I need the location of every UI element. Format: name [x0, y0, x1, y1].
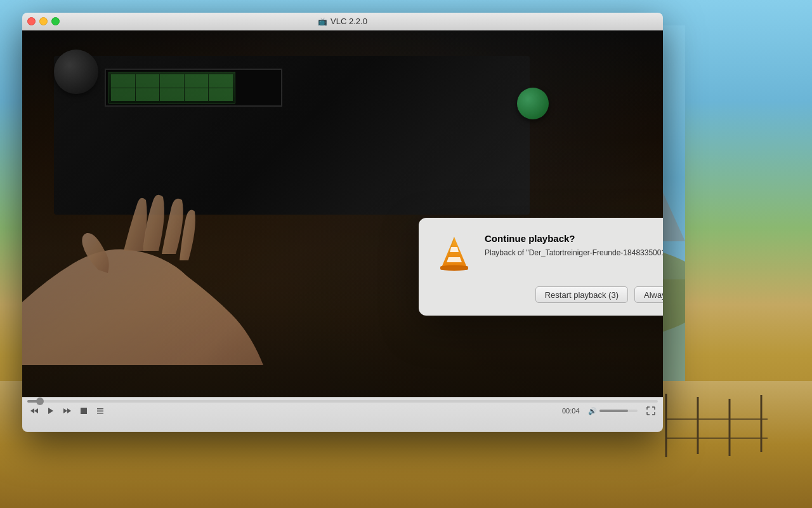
- maximize-button[interactable]: [51, 17, 60, 25]
- minimize-button[interactable]: [39, 17, 48, 25]
- playlist-button[interactable]: [93, 405, 107, 417]
- volume-icon: 🔊: [588, 407, 597, 415]
- radio-knob-left: [54, 50, 98, 94]
- window-title: VLC 2.2.0: [331, 17, 367, 26]
- fast-forward-button[interactable]: [60, 405, 74, 417]
- playback-buttons: [27, 405, 107, 417]
- progress-thumb: [36, 398, 44, 405]
- always-continue-button[interactable]: Always continue: [634, 286, 663, 303]
- video-content: NDR: [22, 30, 663, 397]
- play-button[interactable]: [44, 405, 58, 417]
- dialog-buttons: Restart playback (3) Always continue Con…: [434, 286, 663, 303]
- dialog-content: Continue playback? Playback of "Der_Tato…: [434, 233, 663, 274]
- fullscreen-button[interactable]: [644, 405, 658, 417]
- svg-rect-27: [81, 408, 87, 414]
- progress-row: [27, 400, 658, 403]
- dialog-message: Playback of "Der_Tatortreiniger-Freunde-…: [485, 248, 663, 258]
- dialog-text-area: Continue playback? Playback of "Der_Tato…: [485, 233, 663, 274]
- video-area: NDR: [22, 30, 663, 397]
- continue-playback-dialog: Continue playback? Playback of "Der_Tato…: [419, 218, 663, 316]
- svg-rect-29: [97, 411, 103, 412]
- rewind-button[interactable]: [27, 405, 41, 417]
- vlc-cone-icon: [434, 233, 475, 274]
- radio-knob-right: [517, 88, 549, 119]
- window-controls: [27, 17, 60, 25]
- stop-button[interactable]: [77, 405, 91, 417]
- svg-marker-23: [34, 408, 38, 413]
- vlc-title-icon: 📺: [318, 17, 327, 26]
- svg-marker-24: [48, 408, 53, 414]
- controls-bar: 00:04 🔊: [22, 397, 663, 432]
- svg-marker-26: [67, 408, 71, 413]
- svg-marker-25: [63, 408, 67, 413]
- title-bar-text: 📺 VLC 2.2.0: [318, 17, 367, 26]
- radio-display: [105, 69, 282, 107]
- radio-screen: [108, 72, 235, 104]
- title-bar: 📺 VLC 2.2.0: [22, 13, 663, 30]
- svg-rect-28: [97, 408, 103, 410]
- svg-marker-22: [30, 408, 34, 413]
- dialog-title: Continue playback?: [485, 233, 663, 244]
- svg-rect-20: [440, 266, 468, 270]
- vlc-window: 📺 VLC 2.2.0 NDR: [22, 13, 663, 432]
- restart-playback-button[interactable]: Restart playback (3): [535, 286, 628, 303]
- volume-control: 🔊: [588, 407, 638, 415]
- volume-track[interactable]: [599, 410, 638, 412]
- progress-track[interactable]: [27, 400, 658, 403]
- svg-rect-30: [97, 413, 103, 414]
- volume-fill: [599, 410, 628, 412]
- hand-shape: [22, 124, 327, 365]
- svg-marker-17: [447, 257, 462, 262]
- time-display: 00:04: [562, 407, 584, 415]
- close-button[interactable]: [27, 17, 36, 25]
